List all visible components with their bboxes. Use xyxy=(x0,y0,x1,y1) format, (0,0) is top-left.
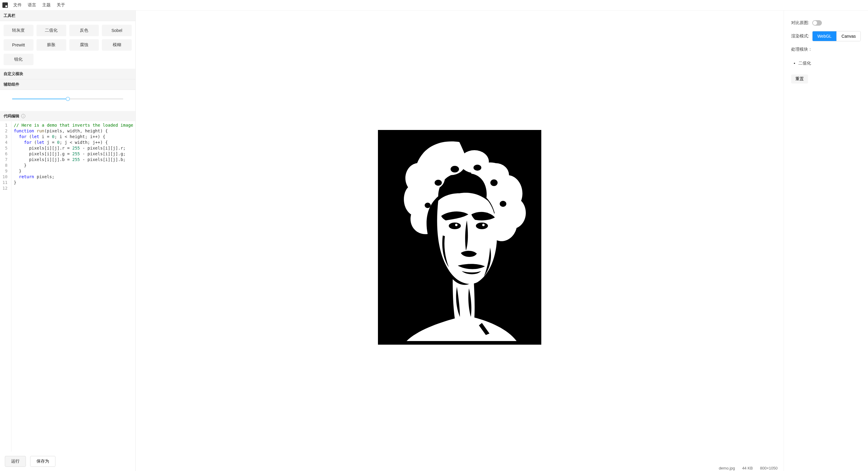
tool-invert[interactable]: 反色 xyxy=(69,25,99,36)
toolbox-grid: 转灰度 二值化 反色 Sobel Prewitt 膨胀 腐蚀 模糊 锐化 xyxy=(0,21,135,69)
render-mode-canvas[interactable]: Canvas xyxy=(836,31,861,41)
aux-widgets-header: 辅助组件 xyxy=(0,79,135,90)
status-filesize: 44 KB xyxy=(742,466,752,470)
info-icon[interactable]: i xyxy=(21,114,25,118)
svg-point-17 xyxy=(482,224,485,226)
status-dimensions: 800×1050 xyxy=(760,466,778,470)
run-button[interactable]: 运行 xyxy=(5,456,26,467)
svg-point-15 xyxy=(500,201,506,207)
custom-module-header: 自定义模块 xyxy=(0,69,135,79)
svg-point-8 xyxy=(449,223,461,229)
svg-point-16 xyxy=(455,224,458,226)
menu-about[interactable]: 关于 xyxy=(56,1,66,9)
svg-point-14 xyxy=(425,203,431,208)
svg-point-12 xyxy=(473,165,481,171)
modules-label: 处理模块： xyxy=(791,47,812,52)
tool-threshold[interactable]: 二值化 xyxy=(36,25,66,36)
modules-header-row: 处理模块： xyxy=(791,47,861,52)
status-filename: demo.jpg xyxy=(719,466,735,470)
menubar: 文件 语言 主题 关于 xyxy=(0,0,868,10)
compare-toggle[interactable] xyxy=(812,20,822,26)
menu-language[interactable]: 语言 xyxy=(27,1,37,9)
left-panel: 工具栏 转灰度 二值化 反色 Sobel Prewitt 膨胀 腐蚀 模糊 锐化… xyxy=(0,10,135,471)
app-logo-icon xyxy=(2,2,8,8)
tool-sharpen[interactable]: 锐化 xyxy=(4,54,33,65)
menu-theme[interactable]: 主题 xyxy=(41,1,51,9)
action-row: 运行 保存为 xyxy=(0,452,135,471)
tool-blur[interactable]: 模糊 xyxy=(102,39,132,51)
svg-point-13 xyxy=(490,179,498,186)
reset-button[interactable]: 重置 xyxy=(791,75,808,84)
slider-thumb[interactable] xyxy=(66,97,70,101)
svg-point-5 xyxy=(495,184,520,209)
code-editor-header: 代码编辑 i xyxy=(0,111,135,121)
code-content[interactable]: // Here is a demo that inverts the loade… xyxy=(11,121,135,452)
render-mode-label: 渲染模式: xyxy=(791,33,809,39)
tool-grayscale[interactable]: 转灰度 xyxy=(4,25,33,36)
module-list: 二值化 xyxy=(791,59,861,67)
menu-file[interactable]: 文件 xyxy=(13,1,22,9)
code-editor[interactable]: 123456789101112 // Here is a demo that i… xyxy=(0,121,135,452)
compare-label: 对比原图: xyxy=(791,20,809,26)
slider[interactable] xyxy=(12,96,123,102)
toolbox-header: 工具栏 xyxy=(0,10,135,21)
svg-point-11 xyxy=(451,166,459,173)
tool-dilate[interactable]: 膨胀 xyxy=(36,39,66,51)
preview-image xyxy=(378,130,541,345)
render-mode-control: 渲染模式: WebGL Canvas xyxy=(791,31,861,41)
canvas-viewport[interactable] xyxy=(135,10,784,464)
svg-point-6 xyxy=(409,189,432,213)
save-as-button[interactable]: 保存为 xyxy=(30,456,56,467)
svg-point-10 xyxy=(435,180,442,186)
render-mode-group: WebGL Canvas xyxy=(812,31,861,41)
module-item: 二值化 xyxy=(798,59,861,67)
svg-point-9 xyxy=(476,223,488,229)
toggle-knob xyxy=(813,21,817,25)
canvas-area: demo.jpg 44 KB 800×1050 xyxy=(135,10,784,471)
aux-widgets xyxy=(0,90,135,111)
tool-erode[interactable]: 腐蚀 xyxy=(69,39,99,51)
code-gutter: 123456789101112 xyxy=(0,121,11,452)
status-bar: demo.jpg 44 KB 800×1050 xyxy=(135,464,784,471)
compare-control: 对比原图: xyxy=(791,20,861,26)
tool-sobel[interactable]: Sobel xyxy=(102,25,132,36)
render-mode-webgl[interactable]: WebGL xyxy=(812,31,836,41)
right-panel: 对比原图: 渲染模式: WebGL Canvas 处理模块： 二值化 重置 xyxy=(784,10,868,471)
tool-prewitt[interactable]: Prewitt xyxy=(4,39,33,51)
code-editor-title: 代码编辑 xyxy=(4,113,19,119)
